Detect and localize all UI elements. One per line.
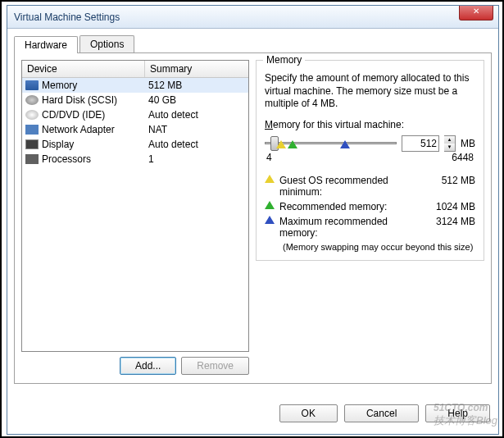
memory-label: Memory for this virtual machine: bbox=[265, 119, 475, 130]
rec-mem-label: Recommended memory: bbox=[279, 201, 428, 212]
memory-panel: Memory Specify the amount of memory allo… bbox=[256, 60, 484, 376]
memory-icon bbox=[25, 80, 39, 90]
cpu-icon bbox=[25, 154, 39, 164]
memory-groupbox: Memory Specify the amount of memory allo… bbox=[256, 60, 484, 261]
triangle-green-marker bbox=[288, 140, 297, 148]
rec-max-label: Maximum recommended memory: bbox=[279, 216, 428, 239]
network-icon bbox=[25, 125, 39, 135]
tab-bar: Hardware Options bbox=[14, 35, 492, 52]
memory-group-title: Memory bbox=[263, 54, 305, 66]
list-row-memory[interactable]: Memory 512 MB bbox=[22, 78, 248, 93]
window-title: Virtual Machine Settings bbox=[14, 11, 120, 23]
triangle-green-icon bbox=[265, 201, 275, 209]
list-row-processors[interactable]: Processors 1 bbox=[22, 152, 248, 167]
harddisk-icon bbox=[25, 95, 39, 105]
rec-mem-value: 1024 MB bbox=[428, 201, 475, 212]
device-list[interactable]: Device Summary Memory 512 MB Hard Disk (… bbox=[21, 60, 249, 352]
triangle-yellow-marker bbox=[276, 140, 286, 148]
col-header-device[interactable]: Device bbox=[22, 61, 145, 77]
settings-dialog: Virtual Machine Settings Hardware Option… bbox=[7, 5, 499, 435]
rec-guest-value: 512 MB bbox=[428, 175, 475, 186]
col-header-summary[interactable]: Summary bbox=[145, 61, 248, 77]
remove-button: Remove bbox=[181, 357, 249, 375]
triangle-blue-icon bbox=[265, 216, 275, 224]
tab-hardware[interactable]: Hardware bbox=[14, 36, 78, 53]
help-button[interactable]: Help bbox=[425, 404, 490, 422]
close-button[interactable] bbox=[459, 6, 493, 21]
rec-guest-label: Guest OS recommended minimum: bbox=[279, 175, 428, 198]
memory-description: Specify the amount of memory allocated t… bbox=[265, 72, 475, 111]
scale-max: 6448 bbox=[452, 152, 474, 163]
display-icon bbox=[25, 139, 39, 149]
list-row-network[interactable]: Network Adapter NAT bbox=[22, 122, 248, 137]
dialog-buttons: OK Cancel Help bbox=[273, 398, 497, 429]
tab-options[interactable]: Options bbox=[79, 35, 134, 52]
list-header: Device Summary bbox=[22, 61, 248, 78]
add-button[interactable]: Add... bbox=[120, 357, 176, 375]
recommendations: Guest OS recommended minimum: 512 MB Rec… bbox=[265, 175, 475, 252]
list-row-display[interactable]: Display Auto detect bbox=[22, 137, 248, 152]
slider-scale: 4 6448 bbox=[265, 152, 475, 163]
triangle-yellow-icon bbox=[265, 175, 275, 183]
list-row-cddvd[interactable]: CD/DVD (IDE) Auto detect bbox=[22, 107, 248, 122]
scale-min: 4 bbox=[266, 152, 272, 163]
triangle-blue-marker bbox=[340, 140, 350, 148]
device-panel: Device Summary Memory 512 MB Hard Disk (… bbox=[21, 60, 249, 376]
titlebar: Virtual Machine Settings bbox=[7, 6, 498, 29]
cd-icon bbox=[25, 110, 39, 120]
rec-max-value: 3124 MB bbox=[428, 216, 475, 227]
ok-button[interactable]: OK bbox=[279, 404, 338, 422]
rec-note: (Memory swapping may occur beyond this s… bbox=[283, 242, 475, 252]
list-row-harddisk[interactable]: Hard Disk (SCSI) 40 GB bbox=[22, 93, 248, 107]
tab-content: Device Summary Memory 512 MB Hard Disk (… bbox=[14, 52, 492, 384]
cancel-button[interactable]: Cancel bbox=[344, 404, 419, 422]
